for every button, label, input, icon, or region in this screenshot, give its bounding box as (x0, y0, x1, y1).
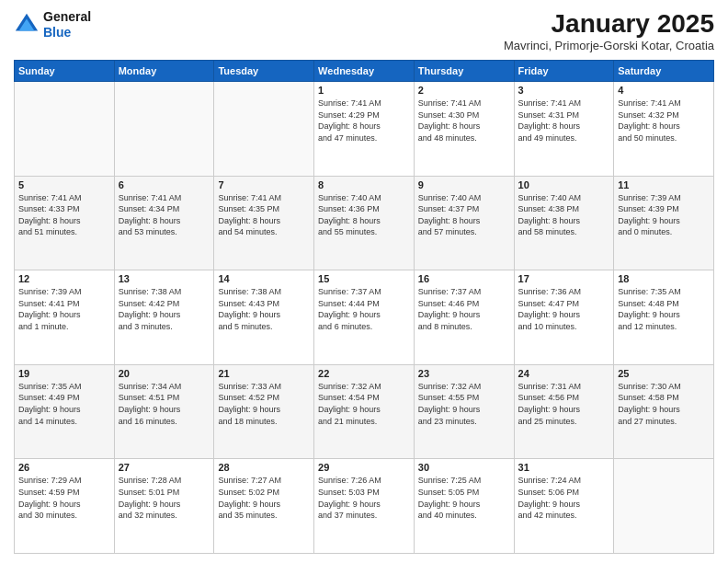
calendar-cell: 10Sunrise: 7:40 AM Sunset: 4:38 PM Dayli… (514, 176, 614, 270)
day-number: 5 (18, 179, 110, 190)
day-number: 8 (318, 179, 410, 190)
day-number: 23 (418, 368, 510, 379)
cell-content: Sunrise: 7:41 AM Sunset: 4:35 PM Dayligh… (218, 192, 310, 238)
day-number: 3 (518, 85, 610, 96)
cell-content: Sunrise: 7:34 AM Sunset: 4:51 PM Dayligh… (119, 381, 210, 427)
cell-content: Sunrise: 7:26 AM Sunset: 5:03 PM Dayligh… (318, 475, 410, 521)
weekday-header: Tuesday (214, 61, 314, 82)
day-number: 15 (318, 273, 410, 284)
calendar-week-row: 26Sunrise: 7:29 AM Sunset: 4:59 PM Dayli… (15, 459, 714, 554)
calendar-cell: 3Sunrise: 7:41 AM Sunset: 4:31 PM Daylig… (514, 82, 614, 177)
calendar-cell (614, 459, 714, 554)
calendar-cell: 5Sunrise: 7:41 AM Sunset: 4:33 PM Daylig… (15, 176, 115, 270)
day-number: 29 (318, 462, 410, 473)
weekday-header: Wednesday (314, 61, 415, 82)
calendar-cell: 29Sunrise: 7:26 AM Sunset: 5:03 PM Dayli… (314, 459, 415, 554)
day-number: 12 (18, 273, 110, 284)
weekday-header-row: SundayMondayTuesdayWednesdayThursdayFrid… (15, 61, 714, 82)
month-title: January 2025 (504, 9, 714, 39)
calendar-cell: 31Sunrise: 7:24 AM Sunset: 5:06 PM Dayli… (514, 459, 614, 554)
day-number: 17 (518, 273, 610, 284)
cell-content: Sunrise: 7:41 AM Sunset: 4:33 PM Dayligh… (18, 192, 110, 238)
calendar-week-row: 1Sunrise: 7:41 AM Sunset: 4:29 PM Daylig… (15, 82, 714, 177)
calendar-table: SundayMondayTuesdayWednesdayThursdayFrid… (14, 60, 714, 554)
day-number: 20 (119, 368, 210, 379)
cell-content: Sunrise: 7:25 AM Sunset: 5:05 PM Dayligh… (418, 475, 510, 521)
day-number: 27 (119, 462, 210, 473)
cell-content: Sunrise: 7:32 AM Sunset: 4:54 PM Dayligh… (318, 381, 410, 427)
cell-content: Sunrise: 7:37 AM Sunset: 4:46 PM Dayligh… (418, 286, 510, 332)
day-number: 30 (418, 462, 510, 473)
cell-content: Sunrise: 7:29 AM Sunset: 4:59 PM Dayligh… (18, 475, 110, 521)
title-block: January 2025 Mavrinci, Primorje-Gorski K… (504, 9, 714, 52)
cell-content: Sunrise: 7:41 AM Sunset: 4:34 PM Dayligh… (119, 192, 210, 238)
day-number: 31 (518, 462, 610, 473)
day-number: 7 (218, 179, 310, 190)
day-number: 28 (218, 462, 310, 473)
calendar-cell: 23Sunrise: 7:32 AM Sunset: 4:55 PM Dayli… (414, 364, 514, 459)
calendar-cell: 27Sunrise: 7:28 AM Sunset: 5:01 PM Dayli… (114, 459, 214, 554)
calendar-cell: 20Sunrise: 7:34 AM Sunset: 4:51 PM Dayli… (114, 364, 214, 459)
logo-text: General Blue (43, 9, 91, 40)
cell-content: Sunrise: 7:40 AM Sunset: 4:37 PM Dayligh… (418, 192, 510, 238)
cell-content: Sunrise: 7:41 AM Sunset: 4:29 PM Dayligh… (318, 98, 410, 144)
calendar-cell: 14Sunrise: 7:38 AM Sunset: 4:43 PM Dayli… (214, 270, 314, 365)
calendar-cell: 17Sunrise: 7:36 AM Sunset: 4:47 PM Dayli… (514, 270, 614, 365)
calendar-cell: 18Sunrise: 7:35 AM Sunset: 4:48 PM Dayli… (614, 270, 714, 365)
calendar-cell: 21Sunrise: 7:33 AM Sunset: 4:52 PM Dayli… (214, 364, 314, 459)
calendar-cell: 11Sunrise: 7:39 AM Sunset: 4:39 PM Dayli… (614, 176, 714, 270)
day-number: 13 (119, 273, 210, 284)
cell-content: Sunrise: 7:31 AM Sunset: 4:56 PM Dayligh… (518, 381, 610, 427)
day-number: 19 (18, 368, 110, 379)
logo-icon (14, 12, 40, 38)
calendar-cell (114, 82, 214, 177)
calendar-week-row: 19Sunrise: 7:35 AM Sunset: 4:49 PM Dayli… (15, 364, 714, 459)
weekday-header: Thursday (414, 61, 514, 82)
cell-content: Sunrise: 7:41 AM Sunset: 4:30 PM Dayligh… (418, 98, 510, 144)
calendar-cell: 6Sunrise: 7:41 AM Sunset: 4:34 PM Daylig… (114, 176, 214, 270)
weekday-header: Friday (514, 61, 614, 82)
day-number: 26 (18, 462, 110, 473)
day-number: 22 (318, 368, 410, 379)
calendar-cell: 1Sunrise: 7:41 AM Sunset: 4:29 PM Daylig… (314, 82, 415, 177)
calendar-cell: 19Sunrise: 7:35 AM Sunset: 4:49 PM Dayli… (15, 364, 115, 459)
cell-content: Sunrise: 7:41 AM Sunset: 4:32 PM Dayligh… (618, 98, 710, 144)
page: General Blue January 2025 Mavrinci, Prim… (0, 0, 728, 563)
cell-content: Sunrise: 7:27 AM Sunset: 5:02 PM Dayligh… (218, 475, 310, 521)
weekday-header: Sunday (15, 61, 115, 82)
calendar-cell: 8Sunrise: 7:40 AM Sunset: 4:36 PM Daylig… (314, 176, 415, 270)
logo-line2: Blue (43, 25, 91, 40)
weekday-header: Saturday (614, 61, 714, 82)
calendar-cell: 26Sunrise: 7:29 AM Sunset: 4:59 PM Dayli… (15, 459, 115, 554)
cell-content: Sunrise: 7:39 AM Sunset: 4:41 PM Dayligh… (18, 286, 110, 332)
cell-content: Sunrise: 7:40 AM Sunset: 4:38 PM Dayligh… (518, 192, 610, 238)
calendar-cell: 9Sunrise: 7:40 AM Sunset: 4:37 PM Daylig… (414, 176, 514, 270)
day-number: 25 (618, 368, 710, 379)
day-number: 9 (418, 179, 510, 190)
cell-content: Sunrise: 7:39 AM Sunset: 4:39 PM Dayligh… (618, 192, 710, 238)
cell-content: Sunrise: 7:37 AM Sunset: 4:44 PM Dayligh… (318, 286, 410, 332)
calendar-week-row: 5Sunrise: 7:41 AM Sunset: 4:33 PM Daylig… (15, 176, 714, 270)
calendar-cell: 28Sunrise: 7:27 AM Sunset: 5:02 PM Dayli… (214, 459, 314, 554)
day-number: 21 (218, 368, 310, 379)
cell-content: Sunrise: 7:40 AM Sunset: 4:36 PM Dayligh… (318, 192, 410, 238)
day-number: 10 (518, 179, 610, 190)
calendar-week-row: 12Sunrise: 7:39 AM Sunset: 4:41 PM Dayli… (15, 270, 714, 365)
calendar-cell: 24Sunrise: 7:31 AM Sunset: 4:56 PM Dayli… (514, 364, 614, 459)
day-number: 2 (418, 85, 510, 96)
logo-line1: General (43, 9, 91, 25)
day-number: 14 (218, 273, 310, 284)
calendar-cell: 2Sunrise: 7:41 AM Sunset: 4:30 PM Daylig… (414, 82, 514, 177)
cell-content: Sunrise: 7:38 AM Sunset: 4:42 PM Dayligh… (119, 286, 210, 332)
calendar-cell (214, 82, 314, 177)
weekday-header: Monday (114, 61, 214, 82)
calendar-cell: 30Sunrise: 7:25 AM Sunset: 5:05 PM Dayli… (414, 459, 514, 554)
cell-content: Sunrise: 7:24 AM Sunset: 5:06 PM Dayligh… (518, 475, 610, 521)
calendar-cell: 12Sunrise: 7:39 AM Sunset: 4:41 PM Dayli… (15, 270, 115, 365)
calendar-cell: 13Sunrise: 7:38 AM Sunset: 4:42 PM Dayli… (114, 270, 214, 365)
cell-content: Sunrise: 7:30 AM Sunset: 4:58 PM Dayligh… (618, 381, 710, 427)
cell-content: Sunrise: 7:35 AM Sunset: 4:49 PM Dayligh… (18, 381, 110, 427)
calendar-cell: 4Sunrise: 7:41 AM Sunset: 4:32 PM Daylig… (614, 82, 714, 177)
cell-content: Sunrise: 7:35 AM Sunset: 4:48 PM Dayligh… (618, 286, 710, 332)
location: Mavrinci, Primorje-Gorski Kotar, Croatia (504, 39, 714, 52)
